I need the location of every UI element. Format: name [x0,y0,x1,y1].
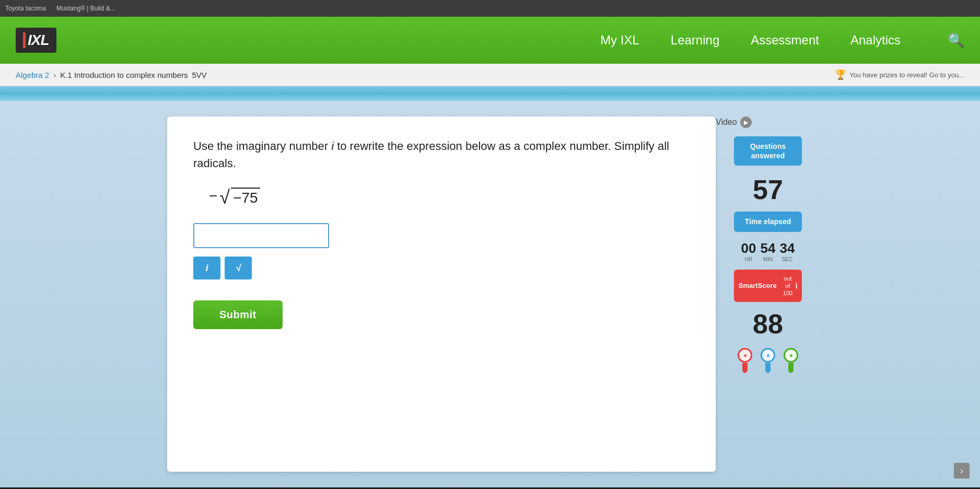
medals-row: ★ ★ ★ [736,348,800,374]
insert-i-button[interactable]: i [193,257,220,280]
nav-analytics[interactable]: Analytics [850,33,901,48]
medal-blue-ribbon [765,363,771,373]
prize-notice[interactable]: 🏆 You have prizes to reveal! Go to you..… [835,69,964,80]
nav-my-ixl[interactable]: My IXL [600,33,639,48]
app-header: IXL My IXL Learning Assessment Analytics… [0,17,980,64]
timer-hr-unit: HR [745,257,752,262]
browser-tab-1: Toyota tacoma [5,5,46,12]
breadcrumb-lesson: K.1 Introduction to complex numbers [60,71,188,79]
questions-answered-box: Questions answered [734,136,802,166]
prize-text: You have prizes to reveal! Go to you... [849,71,964,79]
timer-seconds-col: 34 SEC [779,240,795,263]
breadcrumb: Algebra 2 › K.1 Introduction to complex … [0,64,980,86]
time-elapsed-box: Time elapsed [734,212,802,231]
video-play-icon: ▶ [740,117,752,128]
question-card: Use the imaginary number i to rewrite th… [167,117,716,472]
main-content: Use the imaginary number i to rewrite th… [0,101,980,487]
medal-green-ribbon [788,363,794,373]
video-button[interactable]: Video ▶ [716,117,752,128]
radical-symbol: √ −75 [219,188,260,207]
timer-hours: 00 [741,240,756,257]
browser-bar: Toyota tacoma Mustang® | Build &... [0,0,980,17]
timer-minutes-col: 54 MIN [761,240,776,263]
smartscore-box: SmartScore out of 100 i [734,270,802,302]
breadcrumb-separator: › [53,71,56,79]
questions-count: 57 [726,174,810,205]
timer-min-unit: MIN [763,257,773,262]
corner-arrow-icon[interactable]: › [954,463,970,479]
smartscore-info-icon[interactable]: i [796,282,797,290]
medal-green-circle: ★ [784,348,798,363]
medal-blue: ★ [759,348,777,374]
main-nav: My IXL Learning Assessment Analytics [600,33,901,48]
timer-display: 00 HR 54 MIN 34 SEC [741,240,795,263]
math-buttons: i √ [193,257,690,280]
timer-seconds: 34 [779,240,795,257]
logo-bar [23,32,26,48]
question-instruction: Use the imaginary number i to rewrite th… [193,137,690,172]
breadcrumb-lesson-code: 5VV [192,71,207,79]
smartscore-value: 88 [726,308,810,340]
right-sidebar: Video ▶ Questions answered 57 Time elaps… [726,117,810,472]
answer-input[interactable] [193,223,329,248]
time-elapsed-label: Time elapsed [745,217,791,226]
medal-green: ★ [781,348,800,374]
timer-sec-unit: SEC [782,257,793,262]
logo-text: IXL [28,32,49,49]
blue-decorative-bar [0,86,980,101]
insert-sqrt-button[interactable]: √ [225,257,252,280]
smartscore-sublabel: out of 100 [783,275,792,297]
medal-red: ★ [736,348,754,374]
math-expression: − √ −75 [209,188,690,207]
radicand: −75 [231,188,260,207]
minus-sign: − [209,188,217,204]
trophy-icon: 🏆 [835,69,846,80]
browser-tab-2: Mustang® | Build &... [56,5,115,12]
smartscore-label: SmartScore [739,282,777,290]
medal-red-circle: ★ [738,348,752,363]
video-label: Video [716,118,737,127]
ixl-logo[interactable]: IXL [16,28,56,53]
questions-answered-label: Questions answered [750,142,786,160]
medal-red-ribbon [742,363,748,373]
medal-blue-circle: ★ [761,348,775,363]
submit-button[interactable]: Submit [193,300,283,329]
breadcrumb-course[interactable]: Algebra 2 [16,71,49,79]
timer-minutes: 54 [761,240,776,257]
search-icon[interactable]: 🔍 [948,32,964,49]
nav-assessment[interactable]: Assessment [751,33,819,48]
nav-learning[interactable]: Learning [671,33,719,48]
timer-hours-col: 00 HR [741,240,756,263]
